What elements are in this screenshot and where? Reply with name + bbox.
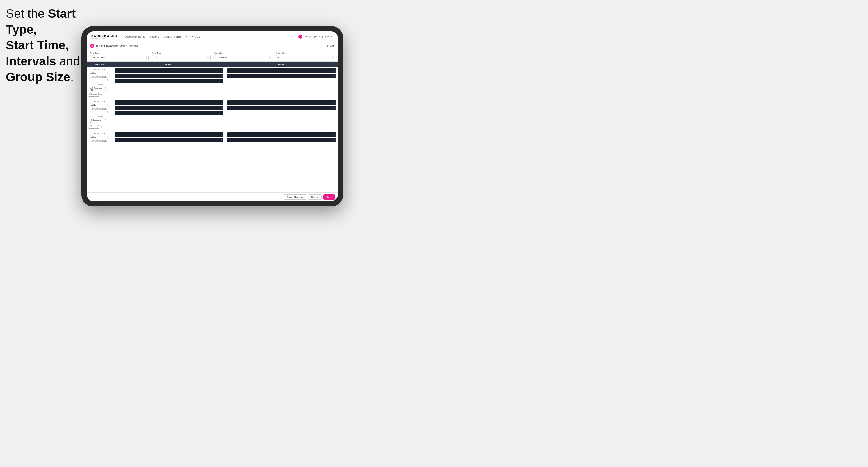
starting-hole-input-2[interactable]: 1 ⇅ [89,110,110,114]
group-section-2: STARTING TIME: 10:10 ⏱ STARTING HOLE: 1 … [87,99,338,131]
col-tee-time: Tee Time [87,62,113,67]
team-cols-1: ✕ ☰ ✕ ☰ ✕ ☰ ✕ ☰ [113,67,338,99]
nav-bar: SCOREBOARD Powered by clipp.io TOURNAMEN… [87,31,338,42]
start-type-value: 1st Tee Start [92,56,105,59]
reset-changes-button[interactable]: Reset Changes [284,194,306,200]
tee-time-col-1: STARTING TIME: 10:00 ⏱ STARTING HOLE: 1 … [87,67,113,99]
group-section-1: STARTING TIME: 10:00 ⏱ STARTING HOLE: 1 … [87,67,338,99]
nav-rankings[interactable]: RANKINGS [186,35,200,38]
team2-cell-1: ✕ ☰ ✕ ☰ [225,67,338,99]
player-entry-solo[interactable]: ✕ ☰ [115,79,223,84]
player-entry-solo[interactable]: ✕ ☰ [115,111,223,116]
course-label-1: COURSE: [89,84,110,85]
player-entry[interactable]: ✕ ☰ [227,100,336,105]
add-group-2[interactable]: + Add Group [89,127,110,129]
tablet-frame: SCOREBOARD Powered by clipp.io TOURNAMEN… [82,26,343,207]
breadcrumb-tournament[interactable]: Clipped Invitational (Mar) [96,44,125,48]
nav-committee[interactable]: COMMITTEE [164,35,181,38]
player-entry[interactable]: ✕ ☰ [115,137,223,142]
back-button[interactable]: ‹ Back [327,44,334,48]
annotation-bold-4: Group Size [6,70,70,84]
team1-cell-1: ✕ ☰ ✕ ☰ ✕ ☰ [113,67,225,99]
player-entry[interactable]: ✕ ☰ [115,105,223,110]
remove-group-2[interactable]: ○ Remove Group [89,125,110,127]
start-time-group: Start Time 10:00 ⏱ [152,52,211,60]
starting-hole-label-3: STARTING HOLE: [89,140,110,142]
logo-text: SCOREBOARD [91,34,117,37]
player-entry[interactable]: ✕ ☰ [115,132,223,137]
user-email: blair@clipped.io [304,35,321,38]
start-type-group: Start Type 1st Tee Start ▾ [90,52,149,60]
nav-tournaments[interactable]: TOURNAMENTS [123,35,145,38]
nav-right: blair@clipped.io | Sign out [298,35,333,39]
player-entry[interactable]: ✕ ☰ [115,100,223,105]
sign-out-link[interactable]: Sign out [325,35,333,38]
start-type-arrow: ▾ [146,56,147,59]
player-entry[interactable]: ✕ ☰ [227,132,336,137]
logo-sub: Powered by clipp.io [91,37,117,39]
group-row-2: STARTING TIME: 10:10 ⏱ STARTING HOLE: 1 … [87,99,338,131]
intervals-value: 10 Minutes [215,56,227,59]
add-group-1[interactable]: + Add Group [89,95,110,97]
player-entry[interactable]: ✕ ☰ [227,137,336,142]
group-size-group: Group Size 3 ▾ [276,52,334,60]
start-type-select[interactable]: 1st Tee Start ▾ [90,55,149,60]
starting-hole-input-1[interactable]: 1 ⇅ [89,78,110,82]
breadcrumb-sep: › [126,43,128,49]
nav-teams[interactable]: TEAMS [150,35,159,38]
course-remove-2[interactable]: ✕ ✕ [105,119,109,123]
player-entry[interactable]: ✕ ☰ [227,68,336,73]
table-container: Tee Time Team 1 Team 2 STARTING TIME: 10… [87,62,338,192]
group-size-label: Group Size [276,52,334,54]
cancel-button[interactable]: Cancel [308,194,321,200]
tee-time-col-2: STARTING TIME: 10:10 ⏱ STARTING HOLE: 1 … [87,99,113,131]
bottom-bar: Reset Changes Cancel Save [87,192,338,201]
starting-time-input-1[interactable]: 10:00 ⏱ [89,71,110,75]
nav-links: TOURNAMENTS TEAMS COMMITTEE RANKINGS [123,35,298,38]
course-remove-1[interactable]: ✕ ✕ [105,87,109,91]
breadcrumb-logo: C [90,44,94,48]
start-type-label: Start Type [90,52,149,54]
annotation-bold-3: Intervals [6,54,56,68]
start-time-label: Start Time [152,52,211,54]
course-tag-1[interactable]: (A) Peachtree GC ✕ ✕ [89,86,110,92]
group-size-arrow: ▾ [332,56,333,59]
group-row-1: STARTING TIME: 10:00 ⏱ STARTING HOLE: 1 … [87,67,338,99]
user-avatar-dot [298,35,303,39]
course-tag-2[interactable]: ⊕ East Lake GC ✕ ✕ [89,118,110,124]
save-button[interactable]: Save [323,194,335,200]
intervals-group: Intervals 10 Minutes ⏱ [214,52,273,60]
tee-time-col-3: STARTING TIME: 10:20 ⏱ STARTING HOLE: [87,131,113,144]
col-team2: Team 2 [225,62,338,67]
controls-row: Start Type 1st Tee Start ▾ Start Time 10… [87,50,338,62]
tablet-screen: SCOREBOARD Powered by clipp.io TOURNAMEN… [87,31,338,201]
intervals-label: Intervals [214,52,273,54]
annotation-text: Set the Start Type, Start Time, Interval… [6,6,87,85]
group-size-value: 3 [277,56,279,59]
course-name-1: (A) Peachtree GC [90,87,104,91]
player-entry[interactable]: ✕ ☰ [227,105,336,110]
intervals-select[interactable]: 10 Minutes ⏱ [214,55,273,60]
starting-time-input-2[interactable]: 10:10 ⏱ [89,103,110,107]
annotation-bold-2: Start Time, [6,38,69,52]
player-entry[interactable]: ✕ ☰ [227,73,336,78]
start-time-value: 10:00 [154,56,159,59]
starting-time-input-3[interactable]: 10:20 ⏱ [89,135,110,139]
team2-cell-3: ✕ ☰ ✕ ☰ [225,131,338,144]
annotation-bold-1: Start Type, [6,7,75,36]
logo-area: SCOREBOARD Powered by clipp.io [91,34,117,39]
start-time-select[interactable]: 10:00 ⏱ [152,55,211,60]
team1-cell-3: ✕ ☰ ✕ ☰ [113,131,225,144]
breadcrumb-section: Hosting [129,44,138,48]
table-header: Tee Time Team 1 Team 2 [87,62,338,67]
start-time-arrow: ⏱ [207,57,209,59]
col-team1: Team 1 [113,62,225,67]
remove-group-1[interactable]: ○ Remove Group [89,93,110,95]
group-size-select[interactable]: 3 ▾ [276,55,334,60]
player-entry[interactable]: ✕ ☰ [115,68,223,73]
team-cols-3: ✕ ☰ ✕ ☰ ✕ ☰ ✕ ☰ [113,131,338,144]
intervals-arrow: ⏱ [269,57,271,59]
group-row-3: STARTING TIME: 10:20 ⏱ STARTING HOLE: ✕ … [87,131,338,144]
player-entry[interactable]: ✕ ☰ [115,73,223,78]
breadcrumb-bar: C Clipped Invitational (Mar) › Hosting ‹… [87,42,338,50]
